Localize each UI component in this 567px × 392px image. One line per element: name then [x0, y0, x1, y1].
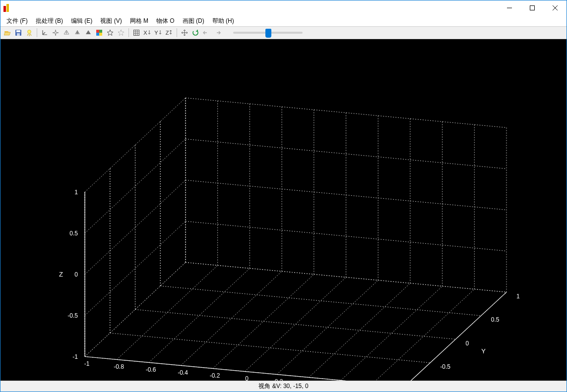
spark-icon[interactable] — [51, 28, 61, 38]
star-dotted-icon[interactable] — [116, 28, 126, 38]
svg-text:-0.5: -0.5 — [67, 312, 78, 319]
statusbar: 视角 &V: 30, -15, 0 — [0, 381, 567, 392]
svg-line-62 — [405, 292, 506, 381]
svg-text:0.2: 0.2 — [275, 378, 283, 381]
z-axis-icon[interactable]: Z — [164, 28, 174, 38]
svg-rect-12 — [134, 30, 139, 36]
svg-rect-11 — [99, 33, 102, 36]
svg-rect-10 — [96, 33, 99, 36]
y-axis-icon[interactable]: Y — [153, 28, 163, 38]
svg-text:-0.8: -0.8 — [114, 363, 124, 370]
svg-rect-5 — [16, 30, 20, 32]
app-icon — [3, 4, 11, 12]
rotate-icon[interactable] — [190, 28, 200, 38]
flat-shade-icon[interactable] — [72, 28, 82, 38]
svg-text:-0.5: -0.5 — [440, 363, 450, 370]
svg-line-27 — [373, 289, 475, 381]
menubar: 文件 (F) 批处理 (B) 编辑 (E) 视图 (V) 网格 M 物体 O 画… — [0, 15, 567, 26]
status-text: 视角 &V: 30, -15, 0 — [258, 382, 308, 391]
svg-line-15 — [135, 310, 456, 339]
menu-object[interactable]: 物体 O — [152, 16, 179, 26]
grid-icon[interactable] — [131, 28, 141, 38]
undo-icon[interactable] — [201, 28, 211, 38]
svg-text:0.5: 0.5 — [491, 316, 500, 323]
svg-text:0: 0 — [245, 375, 249, 381]
svg-text:-1: -1 — [84, 360, 90, 367]
color-icon[interactable] — [94, 28, 104, 38]
menu-help[interactable]: 帮助 (H) — [208, 16, 238, 26]
menu-file[interactable]: 文件 (F) — [2, 16, 32, 26]
toolbar: X Y Z — [0, 26, 567, 39]
menu-view[interactable]: 视图 (V) — [96, 16, 126, 26]
zoom-slider[interactable] — [233, 32, 303, 34]
svg-text:Z: Z — [59, 271, 63, 278]
solid-shade-icon[interactable] — [83, 28, 93, 38]
slider-thumb-icon[interactable] — [265, 29, 271, 38]
svg-text:0: 0 — [74, 271, 78, 278]
axes-icon[interactable] — [40, 28, 50, 38]
menu-mesh[interactable]: 网格 M — [126, 16, 152, 26]
menu-edit[interactable]: 编辑 (E) — [67, 16, 96, 26]
svg-line-16 — [160, 286, 481, 316]
svg-rect-1 — [530, 6, 535, 10]
minimize-button[interactable] — [498, 0, 521, 15]
redo-icon[interactable] — [212, 28, 222, 38]
close-button[interactable] — [544, 0, 567, 15]
menu-plot[interactable]: 画图 (D) — [179, 16, 208, 26]
svg-text:0.5: 0.5 — [69, 230, 78, 237]
light-icon[interactable] — [24, 28, 34, 38]
wireframe-icon[interactable] — [62, 28, 71, 38]
svg-text:-0.6: -0.6 — [146, 366, 156, 373]
3d-viewport[interactable]: -1-0.500.51-1-0.8-0.6-0.4-0.200.20.40.60… — [0, 39, 567, 381]
svg-text:1: 1 — [74, 189, 78, 196]
svg-line-28 — [405, 292, 506, 381]
svg-rect-6 — [17, 33, 20, 36]
svg-line-14 — [110, 333, 431, 363]
save-icon[interactable] — [13, 28, 23, 38]
star-outline-icon[interactable] — [105, 28, 115, 38]
x-axis-icon[interactable]: X — [142, 28, 152, 38]
svg-text:-0.2: -0.2 — [210, 372, 220, 379]
svg-text:Y: Y — [481, 347, 486, 355]
pan-icon[interactable] — [180, 28, 189, 38]
svg-point-7 — [28, 30, 31, 34]
svg-text:-0.4: -0.4 — [178, 369, 188, 376]
svg-text:0: 0 — [466, 340, 469, 347]
maximize-button[interactable] — [521, 0, 544, 15]
svg-text:-1: -1 — [72, 353, 78, 360]
svg-text:1: 1 — [516, 293, 520, 300]
svg-rect-8 — [96, 30, 99, 33]
titlebar — [0, 0, 567, 15]
svg-rect-9 — [99, 30, 102, 33]
menu-batch[interactable]: 批处理 (B) — [32, 16, 67, 26]
open-icon[interactable] — [2, 28, 12, 38]
